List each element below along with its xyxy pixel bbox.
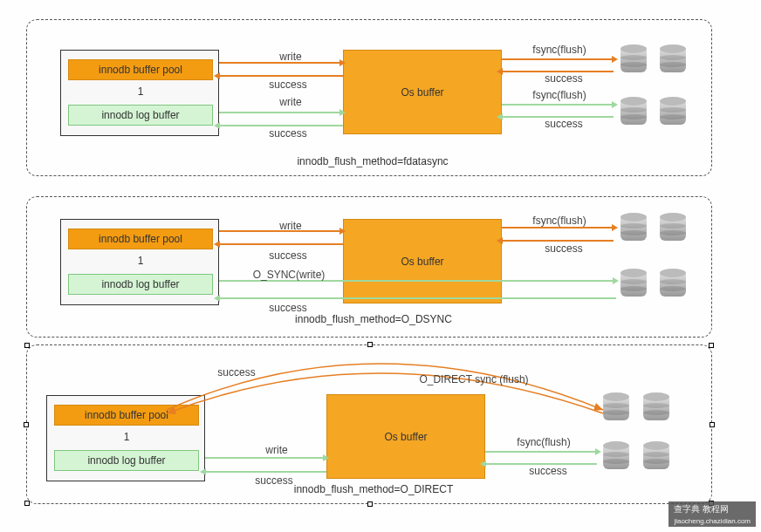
label-fsync: fsync(flush) bbox=[524, 44, 594, 56]
os-buffer: Os buffer bbox=[343, 50, 502, 134]
label-success: success bbox=[257, 127, 319, 140]
label-fsync: fsync(flush) bbox=[509, 436, 579, 448]
panel-odsync: innodb buffer pool 1 innodb log buffer O… bbox=[26, 196, 712, 338]
selection-handle[interactable] bbox=[24, 343, 30, 348]
arrow-fsync-top bbox=[502, 58, 614, 60]
innodb-log-buffer: innodb log buffer bbox=[54, 450, 199, 471]
disk-icon bbox=[643, 392, 669, 422]
arrow-osync-success bbox=[219, 297, 616, 299]
arrow-head bbox=[339, 228, 346, 235]
watermark-text: 查字典 教程网 bbox=[674, 504, 729, 514]
disk-icon bbox=[620, 269, 647, 298]
caption-method: innodb_flush_method=O_DIRECT bbox=[286, 483, 461, 495]
innodb-log-buffer: innodb log buffer bbox=[68, 274, 213, 295]
disk-icon bbox=[603, 392, 629, 422]
arrow-head bbox=[612, 56, 618, 63]
group-index: 1 bbox=[47, 431, 206, 443]
disk-icon bbox=[643, 441, 669, 471]
innodb-buffer-pool: innodb buffer pool bbox=[68, 59, 213, 80]
arrow-head bbox=[339, 59, 346, 66]
watermark: 查字典 教程网 jiaocheng.chazidian.com bbox=[668, 501, 756, 527]
label-success: success bbox=[202, 366, 271, 379]
disk-icon bbox=[660, 213, 686, 242]
arrow-fsync-top bbox=[502, 227, 614, 228]
label-success: success bbox=[518, 465, 579, 477]
arrow-head bbox=[595, 448, 601, 455]
label-success: success bbox=[533, 118, 594, 130]
arrow-head bbox=[214, 72, 220, 79]
arrow-head bbox=[497, 113, 503, 120]
watermark-sub: jiaocheng.chazidian.com bbox=[674, 517, 751, 525]
arrow-head bbox=[612, 224, 618, 231]
selection-handle[interactable] bbox=[367, 501, 373, 507]
panel-fdatasync: innodb buffer pool 1 innodb log buffer O… bbox=[26, 19, 712, 176]
panel-odirect: innodb buffer pool 1 innodb log buffer O… bbox=[26, 344, 712, 504]
arrow-write-logbuf bbox=[205, 457, 326, 459]
arrow-success-bufpool bbox=[219, 75, 343, 77]
selection-handle[interactable] bbox=[367, 342, 373, 347]
label-success: success bbox=[257, 249, 319, 262]
label-success: success bbox=[257, 78, 319, 91]
arrow-head bbox=[214, 241, 220, 248]
label-osync: O_SYNC(write) bbox=[245, 269, 333, 281]
svg-marker-1 bbox=[167, 406, 176, 414]
selection-handle[interactable] bbox=[24, 501, 30, 506]
label-fsync: fsync(flush) bbox=[524, 89, 594, 101]
os-buffer: Os buffer bbox=[343, 219, 502, 304]
label-write: write bbox=[264, 220, 317, 232]
group-index: 1 bbox=[61, 255, 220, 267]
innodb-log-buffer: innodb log buffer bbox=[68, 105, 213, 126]
disk-icon bbox=[660, 44, 686, 74]
arrow-success-bufpool bbox=[219, 243, 343, 245]
arrow-success-logbuf bbox=[219, 125, 343, 126]
disk-icon bbox=[620, 44, 647, 74]
selection-handle[interactable] bbox=[709, 343, 714, 348]
arrow-head bbox=[613, 277, 619, 284]
label-success: success bbox=[257, 302, 319, 314]
selection-handle[interactable] bbox=[24, 422, 29, 427]
label-write: write bbox=[264, 96, 317, 108]
arrow-success-logbuf bbox=[205, 471, 326, 473]
arrow-head bbox=[214, 122, 220, 129]
group-index: 1 bbox=[61, 85, 220, 98]
innodb-group-2: innodb buffer pool 1 innodb log buffer bbox=[60, 219, 219, 305]
arrow-fsync-bottom bbox=[485, 451, 597, 453]
label-odirect: O_DIRECT sync (flush) bbox=[404, 373, 544, 385]
arrow-head bbox=[339, 109, 346, 116]
innodb-group-1: innodb buffer pool 1 innodb log buffer bbox=[60, 50, 219, 136]
disk-icon bbox=[603, 441, 629, 471]
arrow-head bbox=[323, 454, 329, 461]
label-write: write bbox=[250, 444, 303, 456]
label-write: write bbox=[264, 51, 317, 63]
innodb-buffer-pool: innodb buffer pool bbox=[68, 228, 213, 249]
arrow-head bbox=[612, 101, 618, 108]
arrow-head bbox=[497, 68, 503, 75]
arrow-write-logbuf bbox=[219, 112, 343, 113]
label-success: success bbox=[533, 242, 594, 255]
arrow-head bbox=[480, 460, 486, 467]
arrow-head bbox=[200, 468, 206, 475]
disk-icon bbox=[660, 269, 686, 298]
label-fsync: fsync(flush) bbox=[524, 215, 594, 227]
caption-method: innodb_flush_method=O_DSYNC bbox=[286, 313, 461, 325]
arrow-success-disk-top bbox=[502, 240, 614, 242]
caption-method: innodb_flush_method=fdatasync bbox=[285, 155, 460, 167]
disk-icon bbox=[660, 97, 686, 126]
arrow-head bbox=[214, 295, 220, 302]
disk-icon bbox=[620, 97, 647, 126]
selection-handle[interactable] bbox=[710, 422, 715, 427]
disk-icon bbox=[620, 213, 647, 242]
arrow-fsync-bottom bbox=[502, 104, 614, 106]
label-success: success bbox=[533, 72, 594, 85]
arrow-head bbox=[497, 237, 503, 244]
